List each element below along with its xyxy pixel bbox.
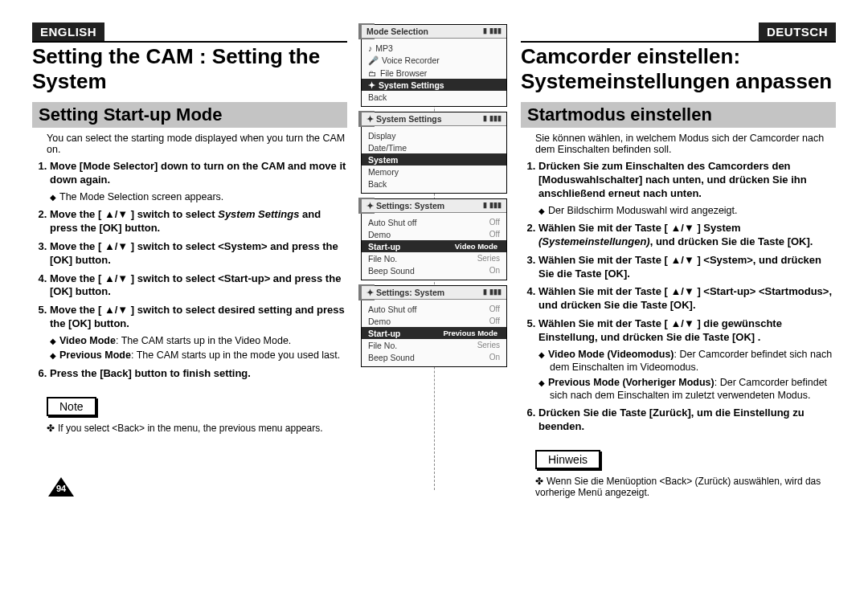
device-screenshots: 2 Mode Selection▮ ▮▮▮ ♪ MP3 🎤 Voice Reco…: [354, 22, 514, 498]
section-title-en: Setting Start-up Mode: [32, 102, 347, 128]
intro-de: Sie können wählen, in welchem Modus sich…: [535, 133, 836, 155]
lang-tab-en: ENGLISH: [32, 22, 104, 41]
note-label-en: Note: [47, 397, 96, 416]
page-title-en: Setting the CAM : Setting the System: [32, 43, 347, 99]
note-label-de: Hinweis: [535, 450, 600, 469]
page-number: 94: [48, 477, 74, 497]
intro-en: You can select the starting mode display…: [47, 133, 347, 155]
page-title-de: Camcorder einstellen: Systemeinstellunge…: [521, 43, 836, 99]
steps-de: Drücken Sie zum Einschalten des Camcorde…: [538, 160, 836, 434]
steps-en: Move [Mode Selector] down to turn on the…: [50, 160, 347, 381]
note-text-en: If you select <Back> in the menu, the pr…: [47, 423, 347, 434]
english-column: ENGLISH Setting the CAM : Setting the Sy…: [32, 22, 354, 498]
section-title-de: Startmodus einstellen: [521, 102, 836, 128]
german-column: DEUTSCH Camcorder einstellen: Systemeins…: [514, 22, 836, 498]
lang-tab-de: DEUTSCH: [759, 22, 836, 41]
note-text-de: Wenn Sie die Menüoption <Back> (Zurück) …: [535, 476, 836, 498]
